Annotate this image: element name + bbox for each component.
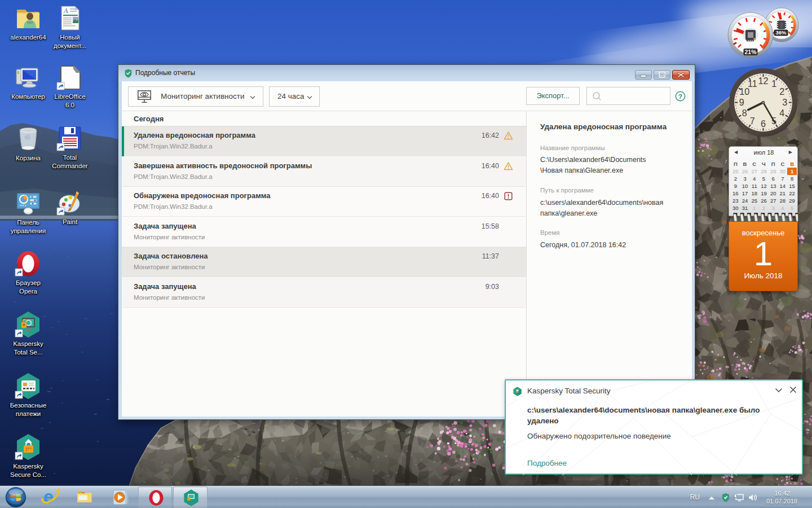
svg-text:8: 8 (742, 108, 747, 118)
svg-text:9: 9 (739, 97, 744, 107)
svg-text:21%: 21% (744, 49, 757, 55)
svg-text:36%: 36% (775, 29, 787, 36)
svg-text:A: A (63, 7, 68, 15)
svg-text:11: 11 (748, 78, 757, 89)
svg-text:3: 3 (782, 97, 787, 107)
svg-text:4: 4 (779, 108, 784, 118)
svg-text:6: 6 (761, 119, 766, 129)
svg-text:?: ? (678, 93, 682, 100)
svg-text:e: e (43, 487, 54, 506)
svg-text:2: 2 (779, 86, 784, 97)
svg-text:7: 7 (750, 116, 755, 126)
svg-text:1: 1 (771, 78, 776, 89)
svg-text:12: 12 (758, 76, 769, 86)
